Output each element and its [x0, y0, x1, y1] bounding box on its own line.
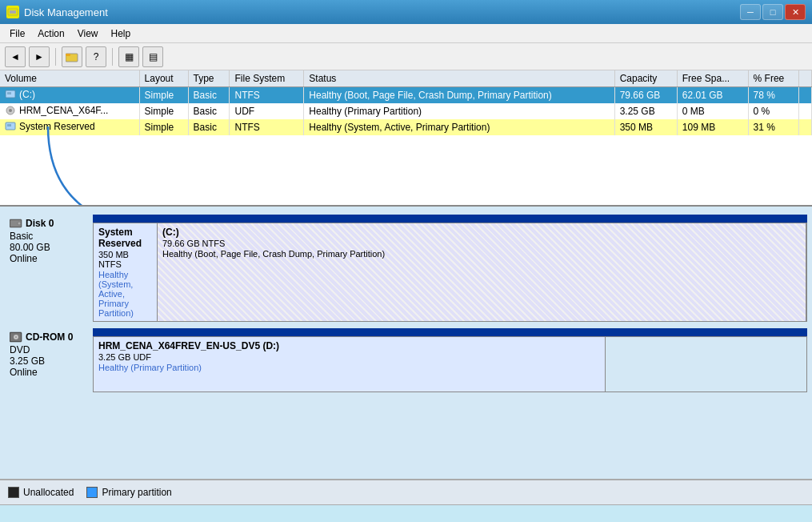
- disk-view-area: Disk 0 Basic 80.00 GB Online System Rese…: [0, 207, 812, 479]
- svg-point-7: [9, 109, 12, 112]
- cdrom0-type: DVD: [10, 344, 88, 355]
- disk0-status: Online: [10, 253, 88, 264]
- table-header-row: Volume Layout Type File System Status Ca…: [0, 70, 812, 87]
- toolbar-sep-2: [112, 48, 113, 66]
- svg-rect-9: [7, 124, 11, 126]
- col-filesystem: File System: [230, 70, 304, 87]
- forward-button[interactable]: ►: [29, 46, 50, 67]
- title-bar: Disk Management ─ □ ✕: [0, 0, 812, 24]
- partition-status: Healthy (Boot, Page File, Crash Dump, Pr…: [162, 249, 801, 259]
- menu-file[interactable]: File: [3, 26, 31, 41]
- maximize-button[interactable]: □: [762, 4, 783, 20]
- disk0-name: Disk 0: [26, 218, 54, 229]
- partition-name: HRM_CENA_X64FREV_EN-US_DV5 (D:): [98, 340, 600, 351]
- table-row[interactable]: System Reserved Simple Basic NTFS Health…: [0, 119, 812, 135]
- toolbar-sep-1: [55, 48, 56, 66]
- volume-table: Volume Layout Type File System Status Ca…: [0, 70, 812, 135]
- col-freespace: Free Spa...: [677, 70, 748, 87]
- window-controls: ─ □ ✕: [740, 4, 806, 20]
- menu-view[interactable]: View: [71, 26, 105, 41]
- legend-primary-label: Primary partition: [102, 487, 171, 498]
- view-button-2[interactable]: ▤: [142, 46, 163, 67]
- partition-status: Healthy (System, Active, Primary Partiti…: [98, 270, 152, 318]
- table-row[interactable]: HRM_CENA_X64F... Simple Basic UDF Health…: [0, 103, 812, 119]
- close-button[interactable]: ✕: [785, 4, 806, 20]
- svg-rect-5: [7, 92, 11, 94]
- menu-help[interactable]: Help: [105, 26, 138, 41]
- disk0-row: Disk 0 Basic 80.00 GB Online System Rese…: [5, 215, 807, 322]
- legend-unallocated: Unallocated: [8, 487, 74, 498]
- col-status: Status: [304, 70, 614, 87]
- menu-action[interactable]: Action: [31, 26, 70, 41]
- toolbar: ◄ ► ? ▦ ▤: [0, 43, 812, 70]
- legend-unallocated-box: [8, 487, 19, 498]
- legend-bar: Unallocated Primary partition: [0, 479, 812, 504]
- disk0-bar-header: [93, 215, 807, 223]
- table-row[interactable]: (C:) Simple Basic NTFS Healthy (Boot, Pa…: [0, 87, 812, 104]
- legend-primary: Primary partition: [86, 487, 171, 498]
- col-layout: Layout: [139, 70, 188, 87]
- back-button[interactable]: ◄: [5, 46, 26, 67]
- cdrom0-icon: CD-ROM 0: [10, 331, 88, 343]
- view-button-1[interactable]: ▦: [118, 46, 139, 67]
- cdrom0-status: Online: [10, 367, 88, 378]
- cdrom0-partition[interactable]: HRM_CENA_X64FREV_EN-US_DV5 (D:) 3.25 GB …: [94, 337, 606, 392]
- partition-name: (C:): [162, 227, 801, 238]
- partition-name: System Reserved: [98, 227, 152, 249]
- cell-volume: (C:): [0, 87, 139, 104]
- disk0-label: Disk 0 Basic 80.00 GB Online: [5, 215, 93, 322]
- cdrom-icon: [10, 331, 22, 343]
- col-capacity: Capacity: [614, 70, 677, 87]
- title-bar-left: Disk Management: [6, 6, 108, 18]
- status-bar: [0, 504, 812, 522]
- hdd-icon: [10, 218, 22, 229]
- disk0-icon: Disk 0: [10, 218, 88, 229]
- partition-detail1: 350 MB NTFS: [98, 250, 152, 269]
- disk0-size: 80.00 GB: [10, 242, 88, 253]
- partition-status: Healthy (Primary Partition): [98, 363, 600, 372]
- disk0-bar-content: System Reserved 350 MB NTFS Healthy (Sys…: [93, 223, 807, 322]
- svg-rect-1: [10, 10, 16, 14]
- col-extra: [798, 70, 811, 87]
- window-title: Disk Management: [24, 6, 108, 18]
- cdrom0-partitions: HRM_CENA_X64FREV_EN-US_DV5 (D:) 3.25 GB …: [93, 328, 807, 392]
- svg-point-13: [18, 222, 21, 225]
- cell-volume: HRM_CENA_X64F...: [0, 103, 139, 119]
- col-percentfree: % Free: [748, 70, 798, 87]
- menu-bar: File Action View Help: [0, 24, 812, 43]
- volume-table-container: Volume Layout Type File System Status Ca…: [0, 70, 812, 207]
- cdrom0-bar-content: HRM_CENA_X64FREV_EN-US_DV5 (D:) 3.25 GB …: [93, 336, 807, 392]
- cdrom0-name: CD-ROM 0: [26, 331, 73, 343]
- app-icon: [6, 6, 19, 18]
- legend-primary-box: [86, 487, 98, 498]
- svg-rect-3: [66, 54, 70, 56]
- main-content: Volume Layout Type File System Status Ca…: [0, 70, 812, 504]
- legend-unallocated-label: Unallocated: [23, 487, 74, 498]
- cdrom0-bar-header: [93, 328, 807, 336]
- disk0-type: Basic: [10, 231, 88, 242]
- help-button[interactable]: ?: [86, 46, 106, 67]
- col-volume: Volume: [0, 70, 139, 87]
- disk0-c-drive-partition[interactable]: (C:) 79.66 GB NTFS Healthy (Boot, Page F…: [158, 223, 806, 321]
- col-type: Type: [188, 70, 230, 87]
- cdrom0-size: 3.25 GB: [10, 355, 88, 367]
- disk0-system-reserved-partition[interactable]: System Reserved 350 MB NTFS Healthy (Sys…: [94, 223, 158, 321]
- svg-point-17: [15, 336, 17, 338]
- folder-button[interactable]: [62, 46, 82, 67]
- minimize-button[interactable]: ─: [740, 4, 761, 20]
- disk0-partitions: System Reserved 350 MB NTFS Healthy (Sys…: [93, 215, 807, 322]
- cell-volume: System Reserved: [0, 119, 139, 135]
- partition-detail1: 3.25 GB UDF: [98, 352, 600, 362]
- cdrom0-row: CD-ROM 0 DVD 3.25 GB Online HRM_CENA_X64…: [5, 328, 807, 392]
- cdrom0-label: CD-ROM 0 DVD 3.25 GB Online: [5, 328, 93, 392]
- partition-detail1: 79.66 GB NTFS: [162, 239, 801, 248]
